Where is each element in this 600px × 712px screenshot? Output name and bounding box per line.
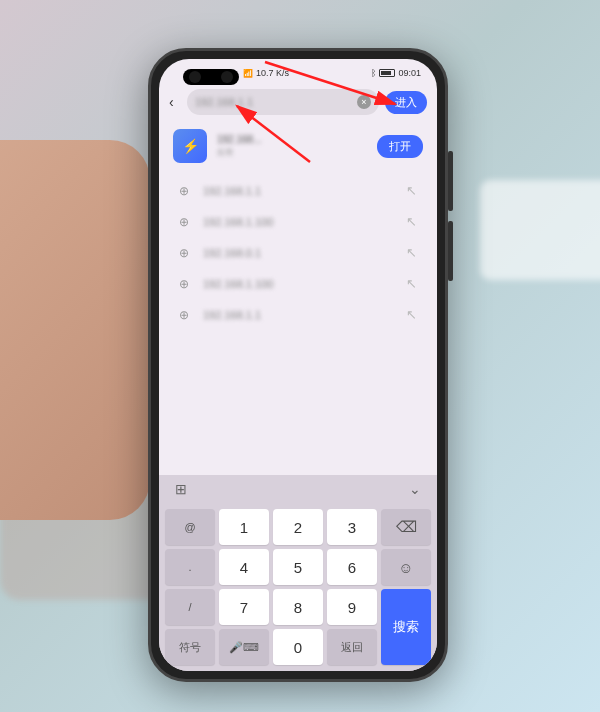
suggestion-item[interactable]: ⊕ 192.168.1.1 ↖ [159, 299, 437, 330]
key-7[interactable]: 7 [219, 589, 269, 625]
key-8[interactable]: 8 [273, 589, 323, 625]
key-4[interactable]: 4 [219, 549, 269, 585]
keyboard-collapse-icon[interactable]: ⌄ [409, 481, 421, 497]
suggestion-item[interactable]: ⊕ 192.168.1.1 ↖ [159, 175, 437, 206]
key-3[interactable]: 3 [327, 509, 377, 545]
soft-keyboard: ⊞ ⌄ @ 1 2 3 ⌫ . 4 5 6 ☺ / 7 8 9 搜索 符号 � [159, 475, 437, 671]
open-button[interactable]: 打开 [377, 135, 423, 158]
key-search[interactable]: 搜索 [381, 589, 431, 665]
network-speed: 10.7 K/s [256, 68, 289, 78]
search-icon: ⊕ [179, 308, 193, 322]
key-5[interactable]: 5 [273, 549, 323, 585]
key-at[interactable]: @ [165, 509, 215, 545]
search-icon: ⊕ [179, 277, 193, 291]
enter-button[interactable]: 进入 [385, 91, 427, 114]
key-backspace[interactable]: ⌫ [381, 509, 431, 545]
suggestion-item[interactable]: ⊕ 192.168.1.100 ↖ [159, 206, 437, 237]
fill-arrow-icon[interactable]: ↖ [406, 214, 417, 229]
search-icon: ⊕ [179, 215, 193, 229]
result-title: 192.168... [217, 134, 367, 145]
camera-notch [183, 69, 239, 85]
key-1[interactable]: 1 [219, 509, 269, 545]
suggestion-list: ⊕ 192.168.1.1 ↖ ⊕ 192.168.1.100 ↖ ⊕ 192.… [159, 171, 437, 334]
key-dot[interactable]: . [165, 549, 215, 585]
fill-arrow-icon[interactable]: ↖ [406, 245, 417, 260]
key-2[interactable]: 2 [273, 509, 323, 545]
bluetooth-icon: ᛒ [371, 68, 376, 78]
key-return[interactable]: 返回 [327, 629, 377, 665]
search-icon: ⊕ [179, 246, 193, 260]
search-icon: ⊕ [179, 184, 193, 198]
fill-arrow-icon[interactable]: ↖ [406, 307, 417, 322]
phone-screen: 10.7 K/s ᛒ 09:01 ‹ 192.168.1.1 × 进入 192.… [159, 59, 437, 671]
clear-icon[interactable]: × [357, 95, 371, 109]
clock: 09:01 [398, 68, 421, 78]
battery-icon [379, 69, 395, 77]
fill-arrow-icon[interactable]: ↖ [406, 276, 417, 291]
key-0[interactable]: 0 [273, 629, 323, 665]
key-6[interactable]: 6 [327, 549, 377, 585]
back-button[interactable]: ‹ [169, 94, 181, 110]
key-emoji[interactable]: ☺ [381, 549, 431, 585]
keyboard-grid-icon[interactable]: ⊞ [175, 481, 187, 497]
fill-arrow-icon[interactable]: ↖ [406, 183, 417, 198]
key-switch[interactable]: 🎤⌨ [219, 629, 269, 665]
signal-icon [243, 68, 253, 78]
phone-frame: 10.7 K/s ᛒ 09:01 ‹ 192.168.1.1 × 进入 192.… [148, 48, 448, 682]
suggestion-item[interactable]: ⊕ 192.168.1.100 ↖ [159, 268, 437, 299]
key-9[interactable]: 9 [327, 589, 377, 625]
top-result[interactable]: 192.168... 应用 打开 [159, 121, 437, 171]
search-text: 192.168.1.1 [195, 96, 357, 108]
search-input[interactable]: 192.168.1.1 × [187, 89, 379, 115]
result-subtitle: 应用 [217, 147, 367, 158]
key-symbol[interactable]: 符号 [165, 629, 215, 665]
suggestion-item[interactable]: ⊕ 192.168.0.1 ↖ [159, 237, 437, 268]
key-slash[interactable]: / [165, 589, 215, 625]
search-bar: ‹ 192.168.1.1 × 进入 [159, 83, 437, 121]
app-icon [173, 129, 207, 163]
